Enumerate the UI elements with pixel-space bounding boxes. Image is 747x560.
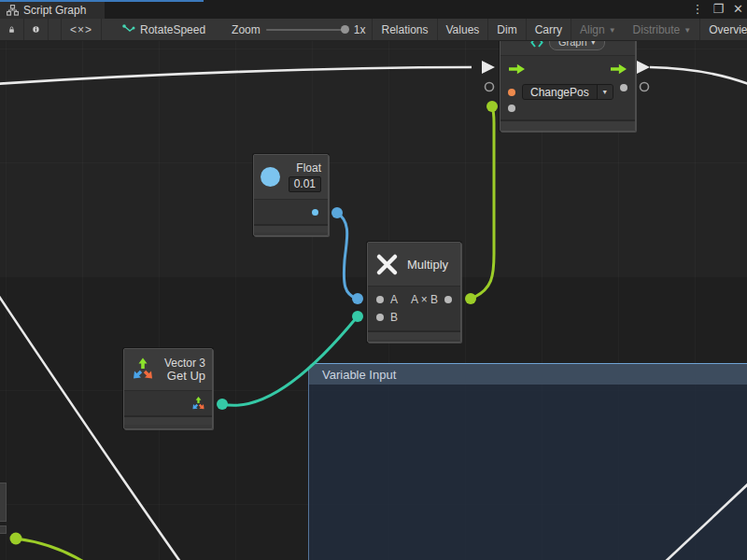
wire-flow-bottom-right[interactable] <box>661 480 747 560</box>
float-value-input[interactable]: 0.01 <box>289 176 321 192</box>
window-menu-icon[interactable]: ⋮ <box>691 2 703 17</box>
zoom-slider[interactable] <box>266 29 348 31</box>
node-float-footer <box>254 224 328 232</box>
graph-breadcrumb[interactable]: RotateSpeed <box>119 19 209 40</box>
port-dot-gray <box>376 314 384 321</box>
chevron-down-icon: ▼ <box>609 26 616 35</box>
port-circle-left[interactable] <box>486 83 494 91</box>
wire-green-bl-dot[interactable] <box>10 533 22 545</box>
node-set-variable[interactable]: Graph ▾ ChangePos ▼ <box>500 28 636 132</box>
node-multiply-footer <box>368 330 460 340</box>
node-vector3-footer <box>124 415 212 425</box>
graph-canvas[interactable]: Variable Input <box>0 41 747 560</box>
input-port-b[interactable]: B <box>376 311 398 324</box>
node-vector3-get-up[interactable]: Vector 3 Get Up <box>123 348 213 429</box>
graph-hierarchy-icon <box>7 5 19 16</box>
node-subtitle: Get Up <box>162 370 205 383</box>
distribute-dropdown[interactable]: Distribute▼ <box>625 19 701 40</box>
maximize-icon[interactable]: ❐ <box>712 2 724 17</box>
tab-title: Script Graph <box>23 4 86 17</box>
wire-teal-end-dot[interactable] <box>352 311 363 322</box>
dim-button[interactable]: Dim <box>488 19 526 40</box>
port-dot-blue <box>312 209 318 216</box>
close-icon[interactable]: ✕ <box>733 2 743 17</box>
input-port-a[interactable]: A <box>376 293 398 306</box>
node-graph-body: ChangePos ▼ <box>500 55 635 119</box>
node-title: Vector 3 <box>162 357 205 370</box>
code-view-button[interactable]: <×> <box>62 19 102 40</box>
wire-teal[interactable] <box>222 317 357 405</box>
carry-button[interactable]: Carry <box>527 19 571 40</box>
chevron-down-icon: ▼ <box>597 85 613 99</box>
variable-name-port-row: ChangePos ▼ <box>508 84 613 100</box>
port-dot-gray <box>508 105 515 112</box>
flow-arrow-out-icon <box>611 63 627 75</box>
lock-icon <box>8 23 15 35</box>
zoom-slider-handle[interactable] <box>341 25 349 34</box>
node-vector3-body <box>124 390 212 415</box>
zoom-value: 1x <box>354 23 366 36</box>
chevron-down-icon: ▼ <box>684 26 691 35</box>
wire-green-end-dot[interactable] <box>486 101 498 112</box>
vector3-output-port[interactable] <box>191 397 205 411</box>
code-brackets-icon: <×> <box>70 23 92 36</box>
port-circle-right[interactable] <box>641 83 649 91</box>
node-title: Float <box>287 161 321 175</box>
node-float-literal[interactable]: Float 0.01 <box>253 154 329 236</box>
float-type-icon <box>261 167 280 187</box>
node-float-header: Float 0.01 <box>254 155 328 199</box>
value-port-orange[interactable] <box>508 89 515 96</box>
flow-arrow-in-icon <box>509 63 525 75</box>
variable-value: ChangePos <box>523 85 597 99</box>
port-dot-gray <box>620 84 627 91</box>
align-dropdown[interactable]: Align▼ <box>571 19 625 40</box>
tab-script-graph[interactable]: Script Graph <box>0 2 105 19</box>
node-vector3-header: Vector 3 Get Up <box>124 349 212 390</box>
clipped-node-edge[interactable] <box>0 483 7 522</box>
wire-flow-out[interactable] <box>650 67 747 85</box>
graph-toolbar: <×> RotateSpeed Zoom 1x Relations Values… <box>0 19 747 41</box>
wire-green[interactable] <box>471 106 494 299</box>
wire-teal-start-dot[interactable] <box>217 399 228 410</box>
wire-green-start-dot[interactable] <box>465 293 476 304</box>
node-multiply-body: A A × B B <box>368 286 460 330</box>
info-icon <box>33 23 39 35</box>
node-title: Multiply <box>407 258 448 272</box>
window-controls: ⋮ ❐ ✕ <box>691 2 743 17</box>
node-multiply[interactable]: Multiply A A × B B <box>367 242 461 343</box>
values-button[interactable]: Values <box>438 19 489 40</box>
zoom-control: Zoom 1x <box>230 19 367 40</box>
wire-blue[interactable] <box>337 213 357 299</box>
node-graph-footer <box>500 119 635 131</box>
value-output-port[interactable] <box>620 84 627 91</box>
info-button[interactable] <box>24 19 49 40</box>
script-graph-window: Script Graph ⋮ ❐ ✕ <×> <box>0 0 747 560</box>
tab-bar: Script Graph ⋮ ❐ ✕ <box>0 0 747 19</box>
float-output-port[interactable] <box>312 209 318 216</box>
port-dot-gray <box>376 296 384 303</box>
flow-input-port[interactable] <box>509 63 525 75</box>
wire-blue-end-dot[interactable] <box>352 293 363 304</box>
graph-name: RotateSpeed <box>140 23 205 36</box>
wire-flow-in[interactable] <box>0 67 472 84</box>
zoom-label: Zoom <box>232 23 261 36</box>
lock-button[interactable] <box>0 19 24 40</box>
wire-arrowhead-out <box>637 61 650 74</box>
vector3-axes-icon <box>131 357 155 382</box>
graph-network-icon <box>122 24 135 35</box>
value-input-port[interactable] <box>508 105 515 112</box>
port-dot-gray <box>444 296 452 303</box>
flow-output-port[interactable] <box>611 63 627 75</box>
overview-button[interactable]: Overview <box>700 19 747 40</box>
wire-blue-start-dot[interactable] <box>331 207 343 218</box>
output-port-axb[interactable]: A × B <box>411 293 452 306</box>
wire-arrowhead-in <box>482 61 495 74</box>
multiply-x-icon <box>375 253 399 276</box>
clipped-node-footer[interactable] <box>0 525 7 534</box>
wire-green-bottom-left[interactable] <box>16 539 90 560</box>
vector3-port-icon <box>191 397 205 411</box>
variable-select[interactable]: ChangePos ▼ <box>522 84 613 100</box>
relations-button[interactable]: Relations <box>373 19 437 40</box>
node-float-body <box>254 199 328 224</box>
node-multiply-header: Multiply <box>368 243 460 286</box>
